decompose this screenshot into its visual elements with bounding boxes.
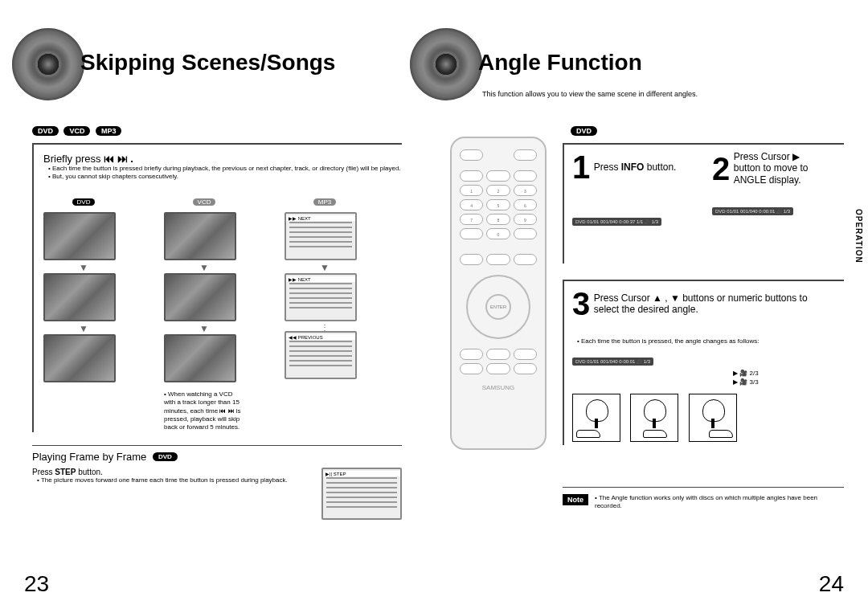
vcd-thumb-1 bbox=[164, 212, 236, 260]
remote-btn bbox=[514, 149, 537, 161]
section-skipping: Briefly press ⏮ ⏭ . • Each time the butt… bbox=[32, 143, 402, 432]
angle-seq-3: ▶ 🎥 3/3 bbox=[733, 378, 844, 386]
briefly-press-head: Briefly press ⏮ ⏭ . bbox=[43, 153, 402, 165]
note-text: • The Angle function works only with dis… bbox=[595, 494, 844, 511]
step-thumb: ▶|| STEP bbox=[321, 468, 402, 520]
frame-head: Playing Frame by Frame DVD bbox=[32, 451, 402, 463]
osd-display-1: DVD 01/01 001/040 0:00:37 1/1 🎥 1/3 bbox=[572, 218, 661, 226]
speaker-icon bbox=[12, 28, 84, 100]
remote-btn: 8 bbox=[486, 214, 510, 225]
remote-btn bbox=[460, 363, 483, 374]
step-1: 1 Press INFO button. DVD 01/01 001/040 0… bbox=[572, 151, 704, 227]
page-title-left: Skipping Scenes/Songs bbox=[80, 50, 335, 76]
remote-btn: 0 bbox=[486, 228, 510, 239]
osd-display-2: DVD 01/01 001/040 0:00:01 🎥 1/3 bbox=[712, 207, 793, 215]
step-number-1: 1 bbox=[572, 151, 590, 183]
step-3: 3 Press Cursor ▲ , ▼ buttons or numeric … bbox=[563, 280, 844, 445]
col-dvd: DVD ▼ ▼ bbox=[43, 193, 124, 432]
arrow-down-icon: ▼ bbox=[164, 325, 244, 333]
arrow-down-icon: ▼ bbox=[164, 264, 244, 272]
remote-btn bbox=[460, 149, 483, 161]
angle-seq-2: ▶ 🎥 2/3 bbox=[733, 370, 844, 377]
note-block: Note • The Angle function works only wit… bbox=[563, 487, 844, 511]
remote-btn: 2 bbox=[486, 185, 510, 196]
arrow-down-icon: ▼ bbox=[43, 264, 124, 272]
remote-btn bbox=[514, 349, 537, 360]
pill-dvd-small: DVD bbox=[153, 452, 178, 461]
vcd-note: • When watching a VCD with a track longe… bbox=[164, 390, 244, 432]
bullet-2: • But, you cannot skip chapters consecut… bbox=[48, 173, 402, 181]
format-pills: DVD VCD MP3 bbox=[32, 122, 123, 137]
arrow-down-icon: ▼ bbox=[285, 264, 365, 272]
vcd-thumb-3 bbox=[164, 334, 236, 382]
step3-bullet: • Each time the button is pressed, the a… bbox=[577, 337, 844, 345]
col-label-mp3: MP3 bbox=[313, 198, 336, 206]
remote-btn bbox=[486, 254, 510, 265]
remote-btn: 6 bbox=[514, 199, 537, 210]
arrow-down-icon: ▼ bbox=[43, 325, 124, 333]
pill-dvd: DVD bbox=[32, 126, 59, 136]
remote-btn: 7 bbox=[460, 214, 483, 225]
page-number-right: 24 bbox=[819, 571, 844, 597]
remote-dpad: ENTER bbox=[466, 275, 530, 339]
remote-brand: SAMSUNG bbox=[452, 384, 545, 391]
format-pill-right: DVD bbox=[571, 122, 599, 137]
remote-btn: 9 bbox=[514, 214, 537, 225]
remote-btn: 3 bbox=[514, 185, 537, 196]
remote-btn: 4 bbox=[460, 199, 483, 210]
angle-scenes bbox=[572, 394, 844, 445]
dvd-thumb-1 bbox=[43, 212, 116, 260]
press-step: Press STEP button. bbox=[32, 468, 305, 476]
scene-angle-2 bbox=[630, 394, 678, 442]
page-24: Angle Function This function allows you … bbox=[434, 0, 868, 613]
vertical-dots-icon: ⋮ bbox=[285, 325, 365, 331]
note-label: Note bbox=[563, 494, 588, 505]
step-2: 2 Press Cursor ▶ button to move to ANGLE… bbox=[712, 151, 844, 227]
bullet-1: • Each time the button is pressed briefl… bbox=[48, 165, 402, 173]
page-23: Skipping Scenes/Songs DVD VCD MP3 Briefl… bbox=[0, 0, 434, 613]
frame-bullet: • The picture moves forward one frame ea… bbox=[37, 476, 305, 484]
pill-dvd: DVD bbox=[571, 126, 597, 136]
remote-btn bbox=[514, 363, 537, 374]
remote-btn bbox=[460, 349, 483, 360]
mp3-thumb-3: ◀◀ PREVIOUS bbox=[285, 331, 357, 379]
scene-angle-1 bbox=[572, 394, 620, 442]
remote-btn bbox=[460, 254, 483, 265]
remote-btn bbox=[486, 363, 510, 374]
columns: DVD ▼ ▼ VCD ▼ ▼ • When watching a VCD wi… bbox=[43, 193, 402, 432]
pill-mp3: MP3 bbox=[96, 126, 122, 136]
pill-vcd: VCD bbox=[63, 126, 90, 136]
remote-btn: 1 bbox=[460, 185, 483, 196]
remote-btn bbox=[486, 349, 510, 360]
col-mp3: MP3 ▶▶ NEXT ▼ ▶▶ NEXT ⋮ ◀◀ PREVIOUS bbox=[285, 193, 365, 432]
remote-btn bbox=[460, 228, 483, 239]
angle-subtitle: This function allows you to view the sam… bbox=[482, 90, 698, 98]
steps-1-2: 1 Press INFO button. DVD 01/01 001/040 0… bbox=[563, 143, 844, 264]
remote-btn bbox=[460, 170, 483, 182]
remote-btn bbox=[514, 170, 537, 182]
dvd-thumb-2 bbox=[43, 273, 116, 321]
step-number-3: 3 bbox=[572, 288, 590, 320]
skip-icons: ⏮ ⏭ . bbox=[104, 153, 133, 165]
remote-btn bbox=[514, 254, 537, 265]
remote-btn bbox=[514, 228, 537, 239]
vcd-thumb-2 bbox=[164, 273, 236, 321]
step-number-2: 2 bbox=[712, 153, 730, 185]
remote-btn bbox=[486, 170, 510, 182]
remote-control: 1 2 3 4 5 6 7 8 9 0 ENTER bbox=[450, 137, 547, 450]
section-frame-by-frame: Playing Frame by Frame DVD Press STEP bu… bbox=[32, 442, 402, 523]
angle-osd-head: DVD 01/01 001/040 0:00:01 🎥 1/3 bbox=[572, 358, 653, 366]
side-tab-operation: OPERATION bbox=[854, 209, 863, 264]
col-label-vcd: VCD bbox=[193, 198, 216, 206]
dvd-thumb-3 bbox=[43, 334, 116, 382]
col-label-dvd: DVD bbox=[72, 198, 96, 206]
col-vcd: VCD ▼ ▼ • When watching a VCD with a tra… bbox=[164, 193, 244, 432]
remote-enter: ENTER bbox=[485, 294, 511, 320]
mp3-thumb-1: ▶▶ NEXT bbox=[285, 212, 357, 260]
mp3-thumb-2: ▶▶ NEXT bbox=[285, 273, 357, 321]
remote-btn: 5 bbox=[486, 199, 510, 210]
speaker-icon bbox=[410, 28, 482, 100]
page-title-right: Angle Function bbox=[478, 50, 642, 76]
page-number-left: 23 bbox=[24, 571, 49, 597]
scene-angle-3 bbox=[689, 394, 737, 442]
